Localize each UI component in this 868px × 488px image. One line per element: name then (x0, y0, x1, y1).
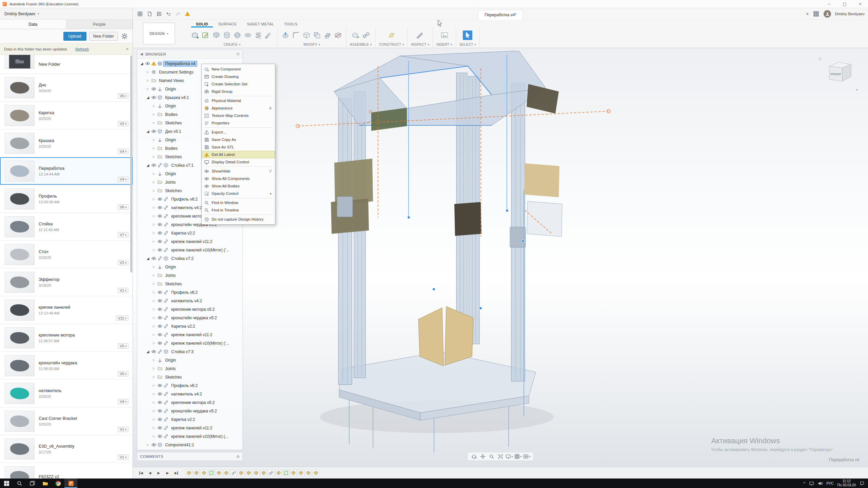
menu-item-new-component[interactable]: New Component (202, 65, 275, 73)
browser-row-крепеж-панелей-v10-mirror[interactable]: ▷крепеж панелей v10(Mirror) (... (137, 432, 242, 441)
data-item-version-badge[interactable]: V4▾ (118, 149, 129, 154)
data-item-натяжитель[interactable]: натяжитель3/29/20V4▾ (0, 380, 133, 407)
browser-row-натяжитель-v4-2[interactable]: ▷натяжитель v4:2 (137, 390, 242, 398)
data-panel-toggle-button[interactable] (136, 10, 144, 18)
menu-item-save-as-stl[interactable]: Save As STL (202, 143, 275, 151)
expand-icon[interactable]: ▷ (152, 265, 156, 268)
timeline-feature-component[interactable] (253, 470, 259, 476)
timeline-feature-component[interactable] (275, 470, 282, 476)
menu-item-appearance[interactable]: AppearanceA (202, 104, 275, 112)
fillet-tool[interactable] (291, 30, 301, 40)
view-cube[interactable]: ⌂ ▾ FRONT (818, 55, 859, 92)
refresh-link[interactable]: Refresh (75, 47, 89, 51)
browser-row-sketches[interactable]: ▷Sketches (137, 280, 242, 288)
browser-row-origin[interactable]: ▷Origin (137, 356, 242, 364)
collapse-icon[interactable]: ◢ (145, 350, 150, 353)
browser-row-крепеж-панелей-v11-2[interactable]: ▷крепеж панелей v11:2 (137, 424, 242, 432)
extensions-grid-icon[interactable] (812, 10, 820, 18)
notification-close-icon[interactable]: × (126, 46, 129, 52)
taskbar-task-view-button[interactable] (26, 479, 39, 488)
menu-item-show-all-bodies[interactable]: Show All Bodies (202, 182, 275, 190)
data-panel-scrollbar[interactable] (130, 56, 132, 272)
browser-row-профиль-v6-2[interactable]: ▷Профиль v6:2 (137, 381, 242, 390)
browser-row-крепление-мотора-v5-2[interactable]: ▷крепление мотора v5:2 (137, 398, 242, 407)
collapse-icon[interactable]: ◢ (145, 96, 150, 99)
menu-item-physical-material[interactable]: Physical Material (202, 97, 275, 104)
expand-icon[interactable]: ▷ (152, 113, 156, 116)
data-item-version-badge[interactable]: V4▾ (118, 399, 129, 404)
browser-row-каретка-v2-2[interactable]: ▷Каретка v2:2 (137, 415, 242, 424)
data-item-version-badge[interactable]: V4▾ (118, 177, 129, 182)
taskbar-explorer-button[interactable] (39, 479, 52, 488)
offset-face-tool[interactable] (323, 30, 332, 40)
browser-row-крепеж-панелей-v10-mirror[interactable]: ▷крепеж панелей v10(Mirror) ('... (137, 246, 242, 254)
avatar[interactable] (824, 10, 831, 18)
browser-row-каретка-v2-2[interactable]: ▷Каретка v2:2 (137, 322, 242, 330)
taskbar-search-button[interactable] (13, 479, 26, 488)
expand-icon[interactable]: ▷ (152, 240, 156, 243)
expand-icon[interactable]: ▷ (152, 121, 156, 124)
data-item-version-badge[interactable]: V2▾ (118, 260, 129, 265)
timeline-feature-component[interactable] (305, 470, 312, 476)
browser-row-натяжитель-v4-2[interactable]: ▷натяжитель v4:2 (137, 297, 242, 305)
ribbon-group-label-create[interactable]: CREATE▾ (224, 42, 241, 48)
ribbon-group-label-insert[interactable]: INSERT▾ (436, 42, 452, 48)
joint-tool[interactable] (361, 30, 371, 40)
menu-item-export[interactable]: Export... (202, 128, 275, 136)
ribbon-tab-solid[interactable]: SOLID (191, 21, 213, 27)
menu-item-properties[interactable]: Properties (202, 119, 275, 127)
workspace-selector[interactable]: DESIGN ▾ (143, 23, 175, 44)
data-item-version-badge[interactable]: V5▾ (118, 343, 129, 349)
timeline-feature-joint[interactable] (231, 470, 237, 476)
browser-row-крепеж-панелей-v11-2[interactable]: ▷крепеж панелей v11:2 (137, 330, 242, 339)
expand-icon[interactable]: ▷ (152, 409, 156, 412)
expand-icon[interactable]: ▷ (152, 223, 156, 226)
timeline-play-button[interactable]: ▶ (155, 469, 163, 477)
data-item-стол[interactable]: Стол3/29/20V2▾ (0, 241, 133, 268)
timeline-go-to-end-button[interactable]: ▶ (172, 469, 180, 477)
upload-button[interactable]: Upload (63, 32, 86, 41)
tray-volume-icon[interactable] (818, 481, 823, 486)
create-cylinder-tool[interactable] (222, 30, 232, 40)
collapse-icon[interactable]: ◢ (145, 163, 150, 167)
create-box-tool[interactable] (212, 30, 221, 40)
expand-icon[interactable]: ▷ (152, 392, 156, 395)
orbit-button[interactable] (470, 453, 478, 460)
data-item-new-folder[interactable]: New Folder (0, 55, 133, 74)
ribbon-group-label-modify[interactable]: MODIFY▾ (303, 42, 320, 48)
zoom-button[interactable] (488, 453, 495, 460)
ribbon-tab-surface[interactable]: SURFACE (214, 21, 242, 27)
collapse-icon[interactable]: ◢ (145, 257, 150, 260)
expand-icon[interactable]: ▷ (145, 443, 150, 446)
combine-tool[interactable] (312, 30, 322, 40)
data-item-version-badge[interactable]: V6▾ (118, 204, 129, 210)
expand-icon[interactable]: ▷ (152, 138, 156, 141)
timeline-go-to-start-button[interactable]: ◀ (137, 469, 145, 477)
data-item-крепление-мотора[interactable]: крепление мотора11:08:57 AMV5▾ (0, 324, 133, 352)
data-item-крепеж-панелей[interactable]: крепеж панелей12:12:48 AMV11▾ (0, 296, 133, 324)
timeline-feature-component[interactable] (186, 470, 192, 476)
save-button[interactable] (155, 10, 163, 18)
maximize-button[interactable]: ▢ (837, 0, 852, 8)
new-component-tool[interactable] (191, 30, 200, 40)
menu-item-texture-map-controls[interactable]: Texture Map Controls (202, 112, 275, 119)
expand-icon[interactable]: ▷ (152, 206, 156, 209)
browser-row-component41-1[interactable]: ▷Component41:1 (137, 441, 242, 449)
taskbar-chrome-button[interactable] (52, 479, 64, 488)
data-item-переработка[interactable]: Переработка12:14:44 AMV4▾ (0, 157, 133, 185)
browser-row-sketches[interactable]: ▷Sketches (137, 373, 242, 381)
hub-selector[interactable]: Dmitriy Berdyaev ▾ (0, 8, 133, 20)
menu-item-opacity-control[interactable]: Opacity Control▸ (202, 190, 275, 197)
assemble-component-tool[interactable] (351, 30, 360, 40)
browser-row-joints[interactable]: ▷Joints (137, 271, 242, 280)
expand-icon[interactable]: ▷ (152, 104, 156, 107)
expand-icon[interactable]: ▷ (152, 198, 156, 201)
expand-icon[interactable]: ▷ (152, 282, 156, 285)
data-item-e3d-v6-assembly[interactable]: E3D_v6_Assembly3/17/20V1▾ (0, 435, 133, 463)
press-pull-tool[interactable] (281, 30, 290, 40)
create-coil-tool[interactable] (254, 30, 263, 40)
expand-icon[interactable]: ▷ (152, 181, 156, 184)
create-sketch-tool[interactable] (201, 30, 211, 40)
comments-panel[interactable]: COMMENTS ⊙ (137, 452, 243, 461)
data-item-version-badge[interactable]: V1▾ (118, 427, 129, 432)
